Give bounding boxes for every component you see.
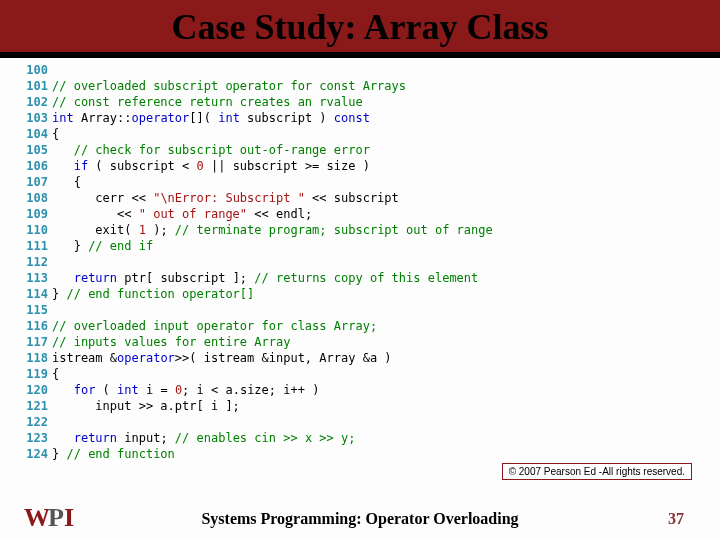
code-line: 110 exit( 1 ); // terminate program; sub… xyxy=(18,222,710,238)
line-number: 116 xyxy=(18,318,48,334)
line-number: 108 xyxy=(18,190,48,206)
code-line: 118istream &operator>>( istream &input, … xyxy=(18,350,710,366)
line-number: 123 xyxy=(18,430,48,446)
code-line: 105 // check for subscript out-of-range … xyxy=(18,142,710,158)
line-number: 109 xyxy=(18,206,48,222)
code-line: 123 return input; // enables cin >> x >>… xyxy=(18,430,710,446)
slide-title: Case Study: Array Class xyxy=(171,7,548,47)
line-number: 118 xyxy=(18,350,48,366)
code-line: 104{ xyxy=(18,126,710,142)
copyright-notice: © 2007 Pearson Ed -All rights reserved. xyxy=(502,463,692,480)
line-content: { xyxy=(52,174,81,190)
line-number: 100 xyxy=(18,62,48,78)
line-content: // const reference return creates an rva… xyxy=(52,94,363,110)
line-content: // overloaded subscript operator for con… xyxy=(52,78,406,94)
code-line: 109 << " out of range" << endl; xyxy=(18,206,710,222)
code-line: 103int Array::operator[]( int subscript … xyxy=(18,110,710,126)
code-line: 113 return ptr[ subscript ]; // returns … xyxy=(18,270,710,286)
line-content: return ptr[ subscript ]; // returns copy… xyxy=(52,270,478,286)
line-number: 101 xyxy=(18,78,48,94)
code-line: 122 xyxy=(18,414,710,430)
line-number: 103 xyxy=(18,110,48,126)
line-number: 117 xyxy=(18,334,48,350)
line-number: 111 xyxy=(18,238,48,254)
line-number: 124 xyxy=(18,446,48,462)
code-line: 107 { xyxy=(18,174,710,190)
line-content: exit( 1 ); // terminate program; subscri… xyxy=(52,222,493,238)
line-content: if ( subscript < 0 || subscript >= size … xyxy=(52,158,370,174)
line-number: 105 xyxy=(18,142,48,158)
code-line: 108 cerr << "\nError: Subscript " << sub… xyxy=(18,190,710,206)
code-block: 100101// overloaded subscript operator f… xyxy=(0,58,720,466)
line-content: istream &operator>>( istream &input, Arr… xyxy=(52,350,392,366)
code-line: 116// overloaded input operator for clas… xyxy=(18,318,710,334)
code-line: 114} // end function operator[] xyxy=(18,286,710,302)
line-content: } // end function operator[] xyxy=(52,286,254,302)
line-number: 120 xyxy=(18,382,48,398)
code-line: 102// const reference return creates an … xyxy=(18,94,710,110)
line-content: return input; // enables cin >> x >> y; xyxy=(52,430,355,446)
code-line: 124} // end function xyxy=(18,446,710,462)
line-number: 114 xyxy=(18,286,48,302)
line-content: int Array::operator[]( int subscript ) c… xyxy=(52,110,370,126)
line-content: } // end function xyxy=(52,446,175,462)
line-content: // inputs values for entire Array xyxy=(52,334,290,350)
line-content: // overloaded input operator for class A… xyxy=(52,318,377,334)
line-number: 119 xyxy=(18,366,48,382)
line-content: { xyxy=(52,366,59,382)
page-number: 37 xyxy=(668,510,684,528)
line-number: 115 xyxy=(18,302,48,318)
line-content: cerr << "\nError: Subscript " << subscri… xyxy=(52,190,399,206)
code-line: 111 } // end if xyxy=(18,238,710,254)
line-content: << " out of range" << endl; xyxy=(52,206,312,222)
code-line: 115 xyxy=(18,302,710,318)
line-number: 102 xyxy=(18,94,48,110)
line-number: 121 xyxy=(18,398,48,414)
code-line: 100 xyxy=(18,62,710,78)
footer-text: Systems Programming: Operator Overloadin… xyxy=(0,510,720,528)
code-line: 117// inputs values for entire Array xyxy=(18,334,710,350)
line-number: 107 xyxy=(18,174,48,190)
line-number: 110 xyxy=(18,222,48,238)
code-line: 119{ xyxy=(18,366,710,382)
line-number: 122 xyxy=(18,414,48,430)
line-number: 106 xyxy=(18,158,48,174)
line-content: input >> a.ptr[ i ]; xyxy=(52,398,240,414)
code-line: 106 if ( subscript < 0 || subscript >= s… xyxy=(18,158,710,174)
code-line: 120 for ( int i = 0; i < a.size; i++ ) xyxy=(18,382,710,398)
line-number: 112 xyxy=(18,254,48,270)
line-content: for ( int i = 0; i < a.size; i++ ) xyxy=(52,382,319,398)
code-line: 112 xyxy=(18,254,710,270)
code-line: 121 input >> a.ptr[ i ]; xyxy=(18,398,710,414)
line-content: // check for subscript out-of-range erro… xyxy=(52,142,370,158)
code-line: 101// overloaded subscript operator for … xyxy=(18,78,710,94)
line-content: { xyxy=(52,126,59,142)
line-number: 104 xyxy=(18,126,48,142)
line-number: 113 xyxy=(18,270,48,286)
title-bar: Case Study: Array Class xyxy=(0,0,720,58)
line-content: } // end if xyxy=(52,238,153,254)
